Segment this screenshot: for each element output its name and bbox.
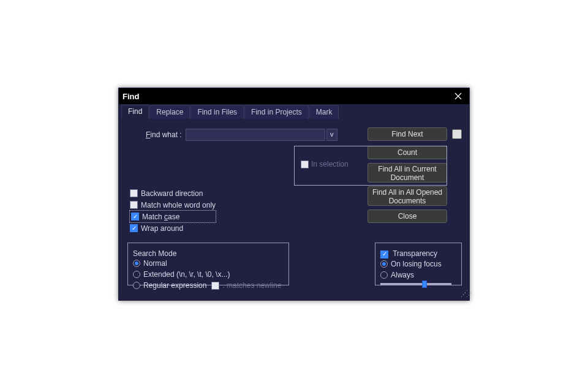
wrap-around-label: Wrap around	[141, 224, 183, 233]
transparency-on-losing-focus-label: On losing focus	[391, 260, 442, 268]
tab-find[interactable]: Find	[121, 105, 149, 119]
search-mode-extended-label: Extended (\n, \r, \t, \0, \x...)	[143, 270, 230, 279]
options-column: Backward direction Match whole word only…	[130, 187, 216, 234]
search-mode-extended-radio[interactable]	[133, 271, 140, 278]
matches-newline-label: . matches newline	[222, 281, 281, 290]
dialog-body: Find what : v Find Next Count Find All i…	[119, 119, 469, 300]
tab-replace[interactable]: Replace	[149, 105, 190, 119]
find-next-toggle[interactable]	[452, 129, 462, 139]
find-what-input[interactable]	[186, 129, 325, 141]
transparency-checkbox[interactable]	[380, 251, 388, 258]
in-selection-group: In selection	[294, 146, 447, 186]
matches-newline-checkbox[interactable]	[211, 282, 219, 290]
find-dialog: Find Find Replace Find in Files Find in …	[118, 88, 470, 301]
in-selection-checkbox[interactable]	[301, 160, 309, 168]
tab-row: Find Replace Find in Files Find in Proje…	[119, 104, 469, 119]
match-case-label: Match case	[142, 213, 179, 221]
transparency-group: Transparency On losing focus Always	[375, 243, 462, 285]
search-mode-group: Search Mode Normal Extended (\n, \r, \t,…	[127, 243, 289, 285]
transparency-always-radio[interactable]	[380, 271, 388, 279]
in-selection-label: In selection	[311, 160, 349, 168]
transparency-always-label: Always	[391, 271, 414, 279]
resize-grip-icon[interactable]: ⋰⋰⋰	[461, 292, 468, 299]
search-mode-regex-radio[interactable]	[133, 282, 140, 289]
find-what-dropdown[interactable]: v	[326, 129, 337, 141]
search-mode-normal-label: Normal	[143, 259, 167, 268]
search-mode-regex-label: Regular expression	[143, 281, 206, 290]
titlebar: Find	[119, 88, 469, 104]
search-mode-legend: Search Mode	[133, 249, 284, 258]
transparency-on-losing-focus-radio[interactable]	[380, 260, 388, 268]
find-what-label: Find what :	[146, 130, 182, 139]
find-next-button[interactable]: Find Next	[368, 127, 447, 141]
tab-find-in-files[interactable]: Find in Files	[190, 105, 244, 119]
match-case-checkbox[interactable]	[131, 213, 139, 221]
backward-direction-label: Backward direction	[141, 189, 203, 198]
match-whole-word-checkbox[interactable]	[130, 201, 138, 209]
tab-mark[interactable]: Mark	[309, 105, 339, 119]
backward-direction-checkbox[interactable]	[130, 189, 138, 197]
find-what-row: Find what : v	[146, 129, 337, 141]
find-all-opened-documents-button[interactable]: Find All in All Opened Documents	[368, 186, 447, 206]
tab-find-in-projects[interactable]: Find in Projects	[244, 105, 309, 119]
match-whole-word-label: Match whole word only	[141, 201, 216, 209]
transparency-slider[interactable]	[380, 283, 451, 285]
search-mode-normal-radio[interactable]	[133, 260, 140, 267]
close-button[interactable]: Close	[368, 209, 447, 223]
transparency-slider-thumb[interactable]	[422, 281, 427, 288]
transparency-legend: Transparency	[380, 249, 456, 258]
wrap-around-checkbox[interactable]	[130, 224, 138, 232]
dialog-title: Find	[123, 92, 139, 101]
close-icon[interactable]	[451, 89, 466, 104]
